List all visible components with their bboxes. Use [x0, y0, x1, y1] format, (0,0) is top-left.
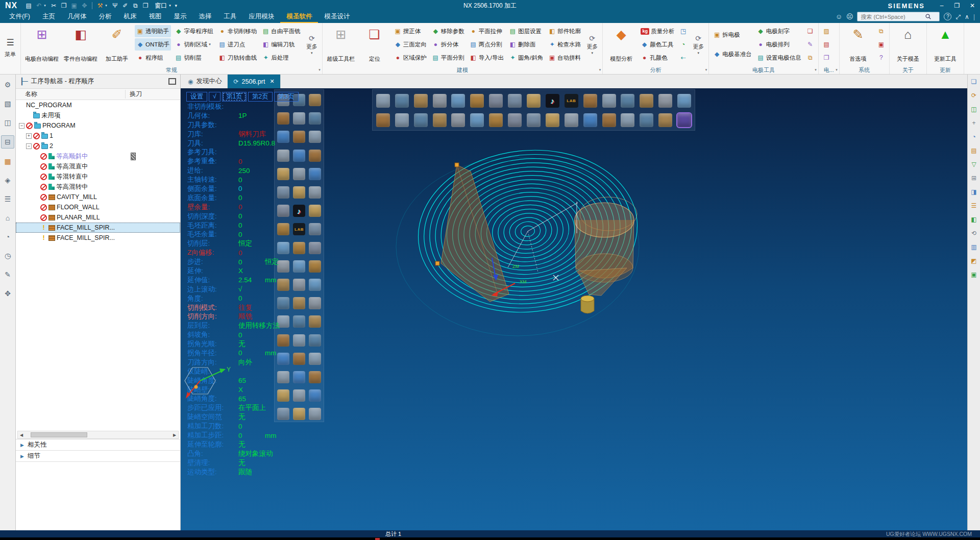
- scrollbar-thumb[interactable]: [31, 432, 87, 437]
- ribbon-big-button[interactable]: ⊞超级工具栏: [325, 24, 357, 64]
- palette-icon[interactable]: [293, 315, 305, 328]
- palette-icon[interactable]: [309, 94, 321, 106]
- hd3d-tool-icon[interactable]: ◈: [2, 174, 14, 186]
- section-细节[interactable]: ▶细节: [16, 450, 180, 461]
- tree-row[interactable]: !FACE_MILL_SPIR...: [16, 233, 180, 243]
- tiktok-icon[interactable]: ♪: [293, 205, 305, 217]
- window-menu-button[interactable]: 窗口 ▾: [155, 2, 171, 10]
- ribbon-small-button[interactable]: ▤图层设置: [507, 25, 545, 37]
- search-icon[interactable]: [925, 14, 931, 19]
- palette-icon[interactable]: [293, 353, 305, 365]
- palette-icon[interactable]: [565, 113, 578, 127]
- palette-icon[interactable]: [508, 94, 522, 108]
- workpiece-surface[interactable]: [441, 165, 509, 302]
- palette-icon[interactable]: [309, 242, 321, 254]
- ribbon-more-button[interactable]: ⟳更多▾: [304, 24, 320, 64]
- menu-tab-选择[interactable]: 选择: [192, 11, 217, 23]
- tree-row[interactable]: 未用项: [16, 110, 180, 120]
- ribbon-small-button[interactable]: ✦检查水路: [547, 38, 582, 51]
- float-panel-button[interactable]: [168, 78, 176, 85]
- column-header-name[interactable]: 名称: [16, 90, 126, 99]
- palette-icon[interactable]: [433, 94, 447, 108]
- palette-icon[interactable]: [527, 113, 541, 127]
- ribbon-small-button[interactable]: ◆电极基准台: [712, 44, 753, 64]
- ribbon-small-button[interactable]: ◧导入/导出: [468, 52, 505, 64]
- part-navigator-icon[interactable]: ⊟: [1, 135, 14, 149]
- palette-icon[interactable]: [293, 150, 305, 162]
- tree-row[interactable]: 等混转直中: [16, 171, 180, 182]
- scroll-right-icon[interactable]: ▶: [171, 433, 178, 437]
- menu-tab-应用模块[interactable]: 应用模块: [242, 11, 280, 23]
- tiktok-icon[interactable]: ♪: [546, 94, 559, 108]
- ribbon-icon-button[interactable]: ❏: [805, 25, 816, 37]
- palette-icon[interactable]: [293, 334, 305, 347]
- ribbon-small-button[interactable]: ▣透明助手: [135, 25, 171, 37]
- palette-icon[interactable]: [293, 279, 305, 291]
- ribbon-small-button[interactable]: ◆移除参数: [430, 25, 466, 37]
- ribbon-icon-button[interactable]: ✎: [805, 38, 816, 51]
- command-search[interactable]: [857, 12, 940, 21]
- cut-icon[interactable]: ✂: [48, 2, 59, 9]
- right-toolbar-icon[interactable]: ◫: [969, 105, 978, 114]
- ribbon-small-button[interactable]: ●电极排列: [755, 38, 803, 51]
- right-toolbar-icon[interactable]: ⟲: [969, 229, 978, 238]
- ribbon-icon-button[interactable]: ⇠: [678, 52, 689, 64]
- ribbon-small-button[interactable]: ✦后处理: [260, 52, 302, 64]
- handle-point[interactable]: [435, 261, 439, 265]
- page-tab-第3页[interactable]: 第3页: [274, 92, 299, 102]
- ribbon-big-button[interactable]: ⊞电极自动编程: [23, 24, 61, 64]
- right-toolbar-icon[interactable]: ▥: [969, 242, 978, 252]
- palette-icon[interactable]: [309, 131, 321, 143]
- palette-icon[interactable]: [293, 186, 305, 199]
- palette-icon[interactable]: [602, 94, 616, 108]
- ribbon-small-button[interactable]: ●程序组: [135, 52, 171, 64]
- ribbon-small-button[interactable]: ▣拆电极: [712, 25, 753, 44]
- palette-icon[interactable]: [470, 113, 484, 127]
- right-toolbar-icon[interactable]: ◨: [969, 187, 978, 197]
- palette-icon[interactable]: [621, 94, 634, 108]
- tool-icon-dropdown[interactable]: ▾: [105, 4, 110, 8]
- ribbon-small-button[interactable]: ▤进刀点: [217, 38, 259, 51]
- palette-icon[interactable]: [293, 389, 305, 402]
- ribbon-small-button[interactable]: ●平面拉伸: [468, 25, 505, 37]
- palette-icon[interactable]: [309, 112, 321, 125]
- minimize-button[interactable]: –: [934, 0, 949, 11]
- group-dialog-arrow-icon[interactable]: ▾: [836, 68, 838, 72]
- right-toolbar-icon[interactable]: ☰: [969, 201, 978, 210]
- menu-tab-显示[interactable]: 显示: [167, 11, 192, 23]
- process-studio-icon[interactable]: ◔: [2, 231, 14, 243]
- handle-point[interactable]: [455, 163, 459, 167]
- ribbon-small-button[interactable]: ▤自由平面铣: [260, 25, 302, 37]
- ribbon-small-button[interactable]: ◧删除面: [507, 38, 545, 51]
- menu-tab-视图[interactable]: 视图: [142, 11, 167, 23]
- feedback-happy-icon[interactable]: ☺: [836, 13, 842, 20]
- reuse-library-icon[interactable]: ▦: [2, 155, 14, 167]
- palette-icon[interactable]: [309, 279, 321, 291]
- palette-icon[interactable]: [309, 186, 321, 199]
- ribbon-small-button[interactable]: kg质量分析: [639, 25, 676, 37]
- column-header-toolchange[interactable]: 换刀: [126, 90, 180, 99]
- palette-icon[interactable]: [293, 131, 305, 143]
- palette-icon[interactable]: [309, 389, 321, 402]
- right-toolbar-icon[interactable]: +: [969, 118, 978, 128]
- collapse-ribbon-icon[interactable]: ∧: [965, 13, 969, 20]
- doc-tab-发现中心[interactable]: ◉发现中心: [182, 75, 228, 88]
- palette-icon[interactable]: [293, 297, 305, 309]
- ribbon-small-button[interactable]: ◧部件轮廓: [547, 25, 582, 37]
- palette-icon[interactable]: [395, 113, 409, 127]
- palette-icon[interactable]: [293, 112, 305, 125]
- palette-icon[interactable]: [309, 205, 321, 217]
- tree-row[interactable]: 等高混直中: [16, 161, 180, 171]
- palette-icon[interactable]: [451, 94, 465, 108]
- palette-icon[interactable]: [677, 94, 691, 108]
- ribbon-icon-button[interactable]: ⧉: [805, 52, 816, 64]
- page-tab-√[interactable]: √: [209, 92, 220, 102]
- ribbon-small-button[interactable]: ●孔颜色: [639, 52, 676, 64]
- tree-row[interactable]: PLANAR_MILL: [16, 212, 180, 223]
- ribbon-more-button[interactable]: ⟳更多▾: [584, 24, 600, 64]
- palette-icon[interactable]: [293, 242, 305, 254]
- ribbon-small-button[interactable]: ◆ONT助手: [135, 38, 171, 51]
- right-toolbar-icon[interactable]: ⟳: [969, 91, 978, 100]
- menu-tab-模圣软件[interactable]: 模圣软件: [280, 11, 318, 23]
- roles-icon[interactable]: ✥: [2, 287, 14, 300]
